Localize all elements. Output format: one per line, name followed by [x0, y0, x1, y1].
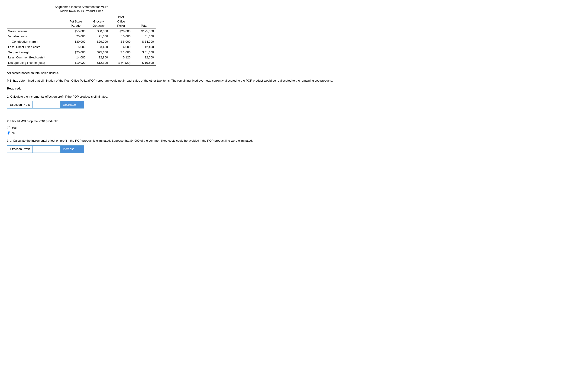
body-text: MSI has determined that elimination of t… — [7, 78, 581, 83]
row-col4: $125,000 — [132, 28, 156, 34]
col-header-empty — [7, 14, 64, 29]
row-label: Segment margin — [7, 50, 64, 55]
row-col3: 15,000 — [110, 34, 132, 39]
row-label: Variable costs — [7, 34, 64, 39]
question-2: 2. Should MSI drop the POP product? YesN… — [7, 119, 581, 135]
row-col3: $20,000 — [110, 28, 132, 34]
row-col1: $25,000 — [64, 50, 87, 55]
allocated-note: *Allocated based on total sales dollars. — [7, 71, 581, 75]
row-label: Sales revenue — [7, 28, 64, 34]
row-col4: 12,400 — [132, 45, 156, 50]
table-row: Sales revenue$55,000$50,000$20,000$125,0… — [7, 28, 156, 34]
effect-label-3a: Effect on Profit — [7, 146, 33, 153]
effect-label-1: Effect on Profit — [7, 101, 33, 108]
row-col2: 21,000 — [87, 34, 110, 39]
row-col3: 5,120 — [110, 55, 132, 60]
effect-widget-3a: Effect on Profit IncreaseDecrease — [7, 145, 84, 153]
row-col1: 14,080 — [64, 55, 87, 60]
row-col4: $ 19,600 — [132, 60, 156, 66]
row-label: Less: Direct Fixed costs — [7, 45, 64, 50]
table-row: Net operating income (loss)$10,920$12,80… — [7, 60, 156, 66]
table-row: Variable costs25,00021,00015,00061,000 — [7, 34, 156, 39]
table-title-line1: Segmented Income Statement for MSI's — [55, 5, 108, 9]
radio-yes[interactable] — [7, 126, 10, 129]
radio-label-no: No — [12, 131, 15, 135]
radio-label-yes: Yes — [12, 126, 16, 130]
table-border: Segmented Income Statement for MSI's Tod… — [7, 5, 156, 66]
radio-no[interactable] — [7, 131, 10, 134]
table-title-line2: ToddleTown Tours Product Lines — [60, 9, 103, 13]
row-col4: $ 64,000 — [132, 39, 156, 45]
row-col4: 61,000 — [132, 34, 156, 39]
question-1-text: 1. Calculate the incremental effect on p… — [7, 94, 581, 99]
row-col2: 3,400 — [87, 45, 110, 50]
row-col4: 32,000 — [132, 55, 156, 60]
required-section: Required: — [7, 86, 581, 91]
row-col2: $29,000 — [87, 39, 110, 45]
row-col1: 25,000 — [64, 34, 87, 39]
radio-group: YesNo — [7, 126, 581, 135]
table-row: Less: Common fixed costs*14,08012,8005,1… — [7, 55, 156, 60]
row-col3: $ (4,120) — [110, 60, 132, 66]
row-col1: $55,000 — [64, 28, 87, 34]
col-header-grocery: Grocery Getaway — [87, 14, 110, 29]
col-header-pet-store: Pet Store Parade — [64, 14, 87, 29]
row-col1: $10,920 — [64, 60, 87, 66]
row-col2: 12,800 — [87, 55, 110, 60]
row-label: Net operating income (loss) — [7, 60, 64, 66]
row-col1: $30,000 — [64, 39, 87, 45]
table-row: Less: Direct Fixed costs5,0003,4004,0001… — [7, 45, 156, 50]
question-2-text: 2. Should MSI drop the POP product? — [7, 119, 581, 123]
row-col3: 4,000 — [110, 45, 132, 50]
table-row: Contribution margin$30,000$29,000$ 5,000… — [7, 39, 156, 45]
row-col3: $ 5,000 — [110, 39, 132, 45]
row-col2: $12,800 — [87, 60, 110, 66]
question-3a-text: 3-a. Calculate the incremental effect on… — [7, 139, 581, 143]
effect-select-3a[interactable]: IncreaseDecrease — [61, 146, 84, 153]
radio-item: Yes — [7, 126, 581, 130]
question-1: 1. Calculate the incremental effect on p… — [7, 94, 581, 112]
col-header-total: Total — [132, 14, 156, 29]
effect-input-3a[interactable] — [33, 146, 61, 153]
table-header-row: Pet Store Parade Grocery Getaway Post Of… — [7, 14, 156, 29]
col-header-post-office: Post Office Polka — [110, 14, 132, 29]
row-label: Contribution margin — [7, 39, 64, 45]
row-col4: $ 51,600 — [132, 50, 156, 55]
table-row: Segment margin$25,000$25,600$ 1,000$ 51,… — [7, 50, 156, 55]
income-statement-table: Segmented Income Statement for MSI's Tod… — [7, 5, 156, 66]
required-label: Required: — [7, 86, 581, 91]
table-caption: Segmented Income Statement for MSI's Tod… — [7, 5, 156, 14]
table-body: Sales revenue$55,000$50,000$20,000$125,0… — [7, 28, 156, 66]
row-col2: $25,600 — [87, 50, 110, 55]
row-col3: $ 1,000 — [110, 50, 132, 55]
question-3a: 3-a. Calculate the incremental effect on… — [7, 139, 581, 156]
effect-select-1[interactable]: IncreaseDecrease — [61, 101, 84, 108]
spacer-1 — [7, 112, 581, 119]
row-col2: $50,000 — [87, 28, 110, 34]
row-label: Less: Common fixed costs* — [7, 55, 64, 60]
row-col1: 5,000 — [64, 45, 87, 50]
radio-item: No — [7, 131, 581, 135]
income-table-section: Segmented Income Statement for MSI's Tod… — [7, 5, 581, 66]
effect-widget-1: Effect on Profit IncreaseDecrease — [7, 101, 84, 108]
effect-input-1[interactable] — [33, 101, 61, 108]
